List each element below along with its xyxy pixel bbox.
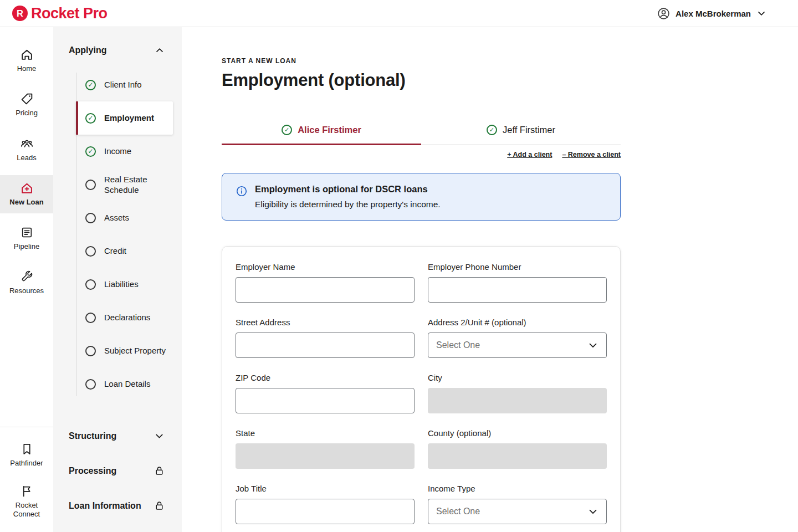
nav-pathfinder[interactable]: Pathfinder [0,436,53,474]
step-assets[interactable]: Assets [76,201,173,234]
text-input[interactable] [428,277,607,303]
client-actions: + Add a client – Remove a client [222,151,621,158]
step-status-icon [85,213,96,223]
field-label: Job Title [236,484,415,493]
step-status-icon [85,80,96,90]
nav-label: Resources [9,287,44,295]
nav-leads[interactable]: Leads [0,131,53,169]
tab-label: Jeff Firstimer [503,125,555,135]
section-label: Processing [69,466,116,476]
field-label: Street Address [236,318,415,327]
wrench-icon [20,270,34,284]
step-label: Assets [104,212,129,223]
nav-rail: Home Pricing Leads New Loan Pipeline Res… [0,27,53,532]
nav-home[interactable]: Home [0,42,53,80]
step-liabilities[interactable]: Liabilities [76,268,173,301]
step-label: Income [104,146,131,157]
user-avatar-icon [657,7,671,21]
step-real-estate-schedule[interactable]: Real Estate Schedule [76,168,173,201]
field-zip-code: ZIP Code [236,373,415,413]
text-input[interactable] [236,499,415,524]
field-state: State [236,428,415,469]
step-subject-property[interactable]: Subject Property [76,334,173,367]
field-label: Income Type [428,484,607,493]
nav-label: Pipeline [14,242,39,251]
section-applying[interactable]: Applying [53,27,182,68]
step-declarations[interactable]: Declarations [76,301,173,334]
field-street-address: Street Address [236,318,415,358]
nav-label: New Loan [9,198,43,207]
app-header: R Rocket Pro Alex McBrokerman [0,0,798,27]
tab-jeff-firstimer[interactable]: Jeff Firstimer [421,118,621,145]
nav-label: Pathfinder [10,459,43,468]
nav-rocket-connect[interactable]: Rocket Connect [0,478,53,526]
nav-pipeline[interactable]: Pipeline [0,219,53,258]
step-label: Loan Details [104,378,150,390]
field-label: Employer Name [236,262,415,272]
section-applying-label: Applying [69,45,106,55]
loan-progress-sidebar: Applying Client Info Employment Income R… [53,27,182,532]
info-icon [236,185,248,197]
step-credit[interactable]: Credit [76,234,173,268]
step-label: Liabilities [104,279,139,290]
step-loan-details[interactable]: Loan Details [76,367,173,401]
step-label: Real Estate Schedule [104,174,168,196]
field-label: Address 2/Unit # (optional) [428,318,607,327]
user-menu[interactable]: Alex McBrokerman [657,7,767,21]
step-employment[interactable]: Employment [76,101,173,135]
nav-resources[interactable]: Resources [0,264,53,302]
banner-text: Employment is optional for DSCR loans El… [255,184,441,209]
user-name: Alex McBrokerman [676,9,751,18]
info-banner: Employment is optional for DSCR loans El… [222,173,621,221]
nav-label: Pricing [16,109,38,117]
chevron-down-icon [587,505,599,518]
step-status-icon [85,113,96,124]
step-status-icon [85,246,96,257]
disabled-input [428,443,607,469]
field-label: Employer Phone Number [428,262,607,272]
step-client-info[interactable]: Client Info [76,68,173,101]
text-input[interactable] [236,388,415,413]
field-label: ZIP Code [236,373,415,382]
eyebrow-label: START A NEW LOAN [222,57,621,65]
section-structuring[interactable]: Structuring [53,418,182,453]
nav-label: Leads [17,154,36,162]
tab-label: Alice Firstimer [298,125,361,135]
nav-pricing[interactable]: Pricing [0,86,53,124]
field-label: City [428,373,607,382]
select-value: Select One [436,340,480,350]
check-circle-icon [282,125,292,135]
disabled-input [236,443,415,469]
banner-title: Employment is optional for DSCR loans [255,184,441,195]
select-dropdown[interactable]: Select One [428,499,607,524]
section-loan-information: Loan Information [53,488,182,523]
step-label: Client Info [104,79,142,90]
rocket-logo-icon: R [12,6,28,21]
lock-icon [154,500,165,511]
field-income-type: Income Type Select One [428,484,607,524]
nav-new-loan[interactable]: New Loan [0,175,53,213]
remove-client-link[interactable]: – Remove a client [562,151,621,158]
text-input[interactable] [236,277,415,303]
field-employer-phone-number: Employer Phone Number [428,262,607,303]
field-county-optional: County (optional) [428,428,607,469]
section-label: Loan Information [69,501,141,511]
step-status-icon [85,146,96,157]
select-value: Select One [436,507,480,516]
nav-label: Rocket Connect [2,501,51,519]
select-dropdown[interactable]: Select One [428,332,607,358]
add-client-link[interactable]: + Add a client [507,151,552,158]
text-input[interactable] [236,332,415,358]
brand-logo[interactable]: R Rocket Pro [12,5,108,22]
step-status-icon [85,313,96,323]
field-address-2-unit-optional: Address 2/Unit # (optional) Select One [428,318,607,358]
step-income[interactable]: Income [76,135,173,168]
flag-icon [20,484,34,498]
section-processing: Processing [53,453,182,488]
home-icon [20,48,34,62]
nav-label: Home [17,64,37,73]
check-circle-icon [487,125,497,135]
tab-alice-firstimer[interactable]: Alice Firstimer [222,118,421,145]
step-label: Credit [104,245,126,257]
chevron-down-icon [587,339,599,351]
